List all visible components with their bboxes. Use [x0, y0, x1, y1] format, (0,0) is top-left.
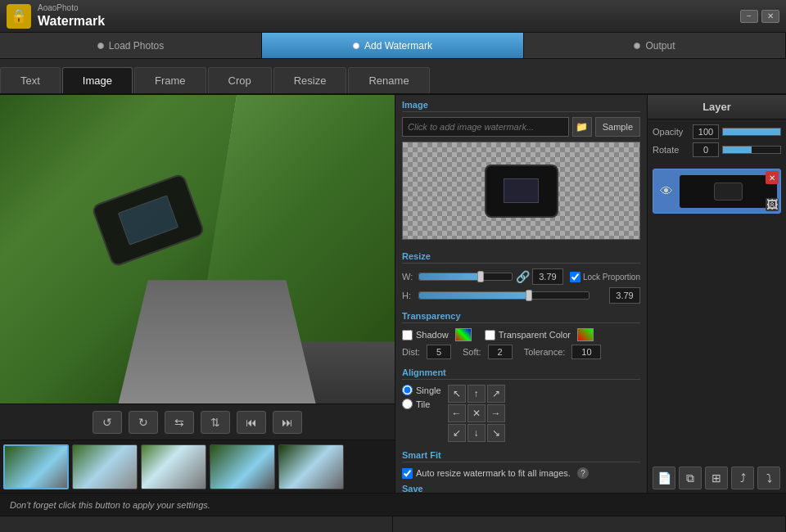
layer-image-icon[interactable]: 🖼 — [766, 198, 779, 211]
height-slider-fill — [419, 292, 530, 299]
app-title: Watermark — [38, 13, 105, 29]
minimize-button[interactable]: − — [740, 10, 758, 23]
folder-browse-button[interactable]: 📁 — [572, 117, 592, 137]
opacity-input[interactable] — [693, 124, 719, 139]
close-button[interactable]: ✕ — [761, 10, 779, 23]
shadow-checkbox[interactable] — [402, 330, 413, 340]
options-panel: Image 📁 Sample Resize W: 🔗 — [395, 95, 647, 493]
width-slider[interactable] — [418, 273, 513, 281]
rotate-input[interactable] — [693, 142, 719, 157]
dist-label: Dist: — [402, 347, 420, 357]
save-header: Save — [402, 484, 640, 493]
lock-proportion-checkbox[interactable] — [570, 272, 580, 282]
road-layer — [119, 280, 316, 404]
rotate-left-90-button[interactable]: ↺ — [93, 411, 122, 434]
previous-step-button[interactable]: ← Previous Step — [0, 516, 393, 532]
height-value-input[interactable] — [609, 287, 640, 304]
width-label: W: — [402, 272, 415, 282]
tab-image[interactable]: Image — [62, 67, 133, 93]
image-path-input[interactable] — [402, 117, 569, 137]
layer-move-down-button[interactable]: ⤵ — [757, 467, 780, 489]
align-center[interactable]: ✕ — [468, 404, 486, 422]
align-middle-right[interactable]: → — [487, 404, 505, 422]
width-value-input[interactable] — [532, 268, 563, 285]
wizard-dot-load — [97, 43, 104, 49]
layer-close-button[interactable]: ✕ — [766, 171, 779, 184]
flip-horizontal-button[interactable]: ⇆ — [165, 411, 194, 434]
transparent-color-checkbox[interactable] — [485, 330, 495, 340]
thumbnail-3[interactable] — [141, 444, 206, 489]
image-input-row: 📁 Sample — [402, 117, 640, 137]
tolerance-input[interactable] — [571, 345, 601, 359]
next-image-button[interactable]: ⏭ — [273, 411, 302, 434]
layer-controls: Opacity Rotate — [648, 119, 786, 165]
dist-input[interactable] — [427, 345, 451, 359]
rotate-right-90-button[interactable]: ↻ — [129, 411, 158, 434]
layer-thumbnail — [680, 175, 777, 208]
opacity-row: Opacity — [653, 124, 781, 139]
resize-header: Resize — [402, 251, 640, 264]
layer-move-up-button[interactable]: ⤴ — [731, 467, 754, 489]
transparency-section: Transparency Shadow Transparent Color Di… — [402, 311, 640, 363]
align-bottom-right[interactable]: ↘ — [487, 424, 505, 442]
opacity-slider[interactable] — [722, 128, 781, 136]
psp-screen — [117, 196, 178, 246]
prev-image-button[interactable]: ⏮ — [237, 411, 266, 434]
tab-frame[interactable]: Frame — [134, 67, 206, 93]
rotate-slider-fill — [723, 147, 752, 153]
smartfit-section: Smart Fit Auto resize watermark to fit a… — [402, 450, 640, 479]
psp-preview — [485, 165, 558, 218]
wizard-step-watermark[interactable]: Add Watermark — [262, 33, 524, 58]
height-slider[interactable] — [418, 291, 590, 300]
align-top-right[interactable]: ↗ — [487, 385, 505, 403]
thumbnail-strip — [0, 440, 395, 493]
sample-button[interactable]: Sample — [595, 117, 640, 137]
smartfit-help-icon[interactable]: ? — [577, 467, 589, 479]
wizard-step-load[interactable]: Load Photos — [0, 33, 262, 58]
align-top-center[interactable]: ↑ — [468, 385, 486, 403]
thumbnail-2[interactable] — [72, 444, 138, 489]
tab-resize[interactable]: Resize — [273, 67, 347, 93]
tab-rename[interactable]: Rename — [348, 67, 429, 93]
next-step-button[interactable]: Next Step → — [393, 516, 786, 532]
tab-text[interactable]: Text — [0, 67, 61, 93]
align-bottom-center[interactable]: ↓ — [468, 424, 486, 442]
single-radio[interactable] — [402, 385, 413, 395]
thumbnail-1[interactable] — [3, 444, 69, 489]
transparent-color-label: Transparent Color — [485, 330, 571, 340]
rotate-slider[interactable] — [722, 146, 781, 154]
height-slider-thumb[interactable] — [526, 290, 532, 301]
alignment-header: Alignment — [402, 367, 640, 380]
wizard-step-output[interactable]: Output — [524, 33, 786, 58]
autofit-checkbox[interactable] — [402, 468, 413, 479]
alignment-section: Alignment Single Tile ↖ ↑ — [402, 367, 640, 445]
tab-crop[interactable]: Crop — [208, 67, 272, 93]
layer-merge-button[interactable]: ⊞ — [705, 467, 728, 489]
wizard-bar: Load Photos Add Watermark Output — [0, 33, 786, 59]
preview-canvas — [0, 95, 395, 404]
app-logo: 🔒 — [7, 4, 31, 29]
thumbnail-5[interactable] — [278, 444, 344, 489]
layer-duplicate-button[interactable]: ⧉ — [679, 467, 702, 489]
image-section: Image 📁 Sample — [402, 100, 640, 245]
soft-input[interactable] — [488, 345, 513, 359]
preview-panel: ↺ ↻ ⇆ ⇅ ⏮ ⏭ — [0, 95, 395, 493]
thumbnail-4[interactable] — [210, 444, 275, 489]
tile-radio[interactable] — [402, 399, 413, 409]
flip-vertical-button[interactable]: ⇅ — [201, 411, 230, 434]
width-slider-thumb[interactable] — [477, 271, 484, 282]
shadow-color-swatch[interactable] — [455, 328, 472, 341]
wizard-dot-output — [634, 43, 640, 49]
soft-label: Soft: — [463, 347, 481, 357]
lock-proportion-label: Lock Proportion — [570, 272, 640, 282]
transparent-color-swatch[interactable] — [577, 328, 594, 341]
alignment-grid-left: ↖ ↑ ↗ ← ✕ → ↙ ↓ ↘ — [448, 385, 505, 442]
align-middle-left[interactable]: ← — [448, 404, 466, 422]
align-top-left[interactable]: ↖ — [448, 385, 466, 403]
transparency-header: Transparency — [402, 311, 640, 323]
layer-new-button[interactable]: 📄 — [653, 467, 675, 489]
opacity-label: Opacity — [653, 127, 689, 137]
align-bottom-left[interactable]: ↙ — [448, 424, 466, 442]
layer-item-1[interactable]: 👁 ✕ 🖼 — [653, 169, 781, 214]
layer-visibility-icon[interactable]: 👁 — [657, 182, 676, 201]
